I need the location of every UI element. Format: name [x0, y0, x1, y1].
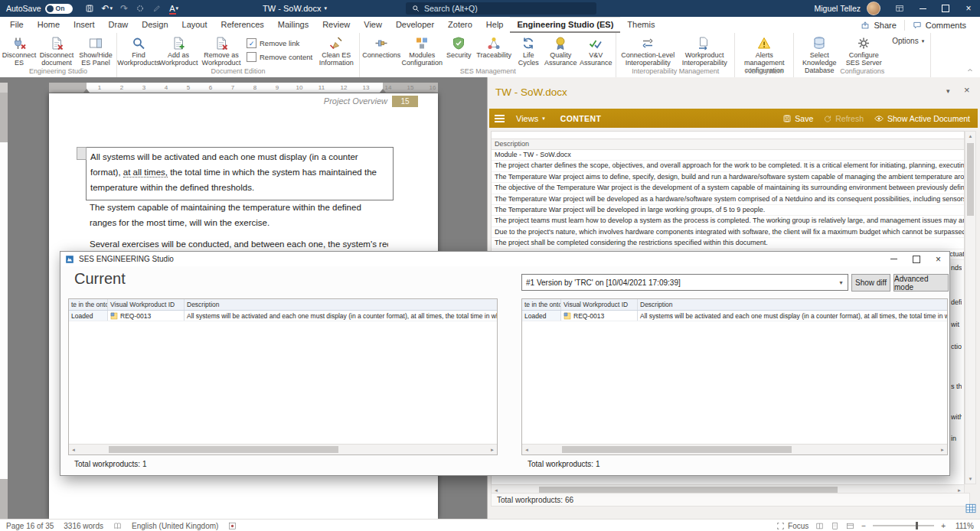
zoom-in-button[interactable]: +: [941, 522, 946, 530]
grid-horizontal-scrollbar[interactable]: ◄►: [522, 444, 947, 454]
ribbon-tab[interactable]: Home: [31, 17, 67, 33]
share-button[interactable]: Share: [853, 21, 903, 30]
indent-marker-right[interactable]: [380, 89, 386, 93]
zoom-out-button[interactable]: −: [861, 522, 866, 530]
zoom-slider[interactable]: [873, 525, 934, 526]
redo-icon[interactable]: ↷: [120, 4, 128, 13]
find-workproducts-button[interactable]: Find Workproducts: [119, 34, 158, 67]
content-control[interactable]: All systems will be activated and each o…: [86, 147, 394, 200]
remove-content-checkbox[interactable]: Remove content: [247, 52, 312, 62]
autosave-toggle[interactable]: AutoSave On: [6, 4, 73, 14]
quality-assurance-button[interactable]: Quality Assurance: [543, 34, 578, 67]
ribbon-tab[interactable]: Help: [479, 17, 511, 33]
proofing-icon[interactable]: [113, 522, 122, 530]
header-page-number-field[interactable]: 15: [392, 96, 418, 107]
scrollbar-thumb[interactable]: [562, 446, 792, 453]
ribbon-tab[interactable]: Layout: [175, 17, 214, 33]
zoom-level[interactable]: 111%: [952, 522, 974, 530]
table-row[interactable]: The objective of the Temperature War pro…: [492, 183, 964, 194]
document-title[interactable]: TW - SoW.docx▾: [263, 4, 327, 13]
vertical-ruler[interactable]: [0, 93, 8, 519]
options-dropdown[interactable]: Options▾: [892, 37, 924, 45]
save-icon[interactable]: [85, 4, 94, 13]
ribbon-tab[interactable]: References: [214, 17, 271, 33]
table-row[interactable]: The project shall be completed consideri…: [492, 238, 964, 249]
add-as-workproduct-button[interactable]: Add as Workproduct: [158, 34, 199, 67]
macro-record-icon[interactable]: [228, 522, 237, 530]
workproduct-row[interactable]: Loaded REQ-0013 All systems will be acti…: [69, 311, 497, 321]
ribbon-tab[interactable]: Insert: [67, 17, 102, 33]
comments-button[interactable]: Comments: [905, 21, 974, 30]
vv-assurance-button[interactable]: V&V Assurance: [578, 34, 613, 67]
close-button[interactable]: ×: [957, 0, 980, 17]
panel-vertical-scrollbar[interactable]: ▲▼: [965, 131, 976, 484]
panel-close-icon[interactable]: ×: [964, 84, 970, 96]
ribbon-tab[interactable]: File: [3, 17, 31, 33]
ribbon-tab[interactable]: View: [357, 17, 389, 33]
draw-tool-icon[interactable]: [136, 4, 145, 13]
zoom-slider-knob[interactable]: [916, 522, 918, 529]
grid-horizontal-scrollbar[interactable]: ◄►: [69, 444, 497, 454]
ribbon-display-options-button[interactable]: [888, 0, 911, 17]
focus-mode-button[interactable]: Focus: [776, 522, 808, 530]
page-indicator[interactable]: Page 16 of 35: [6, 522, 54, 530]
ribbon-tab[interactable]: Review: [315, 17, 357, 33]
modules-configuration-button[interactable]: Modules Configuration: [400, 34, 443, 67]
read-mode-icon[interactable]: [815, 522, 824, 530]
remove-as-workproduct-button[interactable]: Remove as Workproduct: [199, 34, 243, 67]
indent-marker-left[interactable]: [83, 89, 90, 93]
advanced-mode-button[interactable]: Advanced mode: [893, 274, 949, 292]
table-row[interactable]: The Temperature War project aims to defi…: [492, 172, 964, 183]
dialog-close-button[interactable]: ×: [927, 252, 949, 266]
print-layout-icon[interactable]: [831, 522, 839, 530]
ribbon-tab[interactable]: Engineering Studio (ES): [510, 17, 620, 33]
table-icon[interactable]: [965, 503, 977, 514]
menu-icon[interactable]: [495, 109, 508, 128]
collapse-ribbon-icon[interactable]: [966, 67, 974, 74]
ribbon-tab[interactable]: Zotero: [441, 17, 479, 33]
remove-link-checkbox[interactable]: ✓Remove link: [247, 38, 312, 48]
autosave-switch[interactable]: On: [45, 4, 73, 14]
dialog-maximize-button[interactable]: [905, 252, 927, 266]
language-indicator[interactable]: English (United Kingdom): [132, 522, 218, 530]
workproduct-interoperability-button[interactable]: Workproduct Interoperability: [677, 34, 732, 67]
security-button[interactable]: Security: [443, 34, 474, 59]
column-header-description[interactable]: Description: [492, 138, 964, 150]
current-workproducts-grid[interactable]: te in the ontol Visual Workproduct ID De…: [68, 298, 498, 455]
dialog-minimize-button[interactable]: [883, 252, 905, 266]
ribbon-tab[interactable]: Draw: [102, 17, 136, 33]
dialog-title-bar[interactable]: SES ENGINEERING Studio ×: [60, 252, 949, 266]
configure-ses-server-button[interactable]: Configure SES Server: [842, 34, 885, 67]
views-dropdown[interactable]: Views▾: [516, 114, 545, 123]
connections-button[interactable]: Connections: [362, 34, 400, 59]
font-color-icon[interactable]: A▾: [169, 5, 178, 13]
disconnect-es-button[interactable]: Disconnect ES: [2, 34, 36, 67]
horizontal-ruler[interactable]: 12345678910111213141516: [49, 83, 438, 93]
maximize-button[interactable]: [934, 0, 957, 17]
scrollbar-thumb[interactable]: [967, 143, 974, 216]
show-diff-button[interactable]: Show diff: [851, 274, 890, 292]
scrollbar-thumb[interactable]: [109, 446, 338, 453]
version-dropdown[interactable]: #1 Version by 'TRC' on [10/04/2021 17:09…: [521, 274, 848, 291]
ribbon-tab[interactable]: Developer: [389, 17, 441, 33]
disconnect-document-button[interactable]: Disconnect document: [36, 34, 77, 67]
clean-es-information-button[interactable]: Clean ES Information: [315, 34, 357, 67]
connection-level-interoperability-button[interactable]: Connection-Level Interoperability: [619, 34, 677, 67]
undo-icon[interactable]: ↶▾: [102, 4, 113, 13]
user-name[interactable]: Miguel Tellez: [814, 4, 861, 13]
version-workproducts-grid[interactable]: te in the ontol Visual Workproduct ID De…: [521, 298, 948, 455]
web-layout-icon[interactable]: [846, 522, 854, 530]
pen-icon[interactable]: [152, 4, 162, 13]
table-row[interactable]: The Temperature War project will be deve…: [492, 194, 964, 205]
life-cycles-button[interactable]: Life Cycles: [514, 34, 543, 67]
show-hide-es-panel-button[interactable]: Show/Hide ES Panel: [77, 34, 114, 67]
ribbon-tab[interactable]: Design: [135, 17, 175, 33]
minimize-button[interactable]: [911, 0, 934, 17]
search-input[interactable]: Search (Alt+Q): [406, 2, 596, 15]
refresh-button[interactable]: Refresh: [823, 114, 864, 123]
table-row[interactable]: The Temperature War project will be deve…: [492, 205, 964, 216]
table-row[interactable]: The project charter defines the scope, o…: [492, 161, 964, 171]
traceability-button[interactable]: Traceability: [474, 34, 514, 59]
tab-content[interactable]: CONTENT: [560, 114, 602, 123]
content-control-handle[interactable]: [77, 147, 87, 160]
